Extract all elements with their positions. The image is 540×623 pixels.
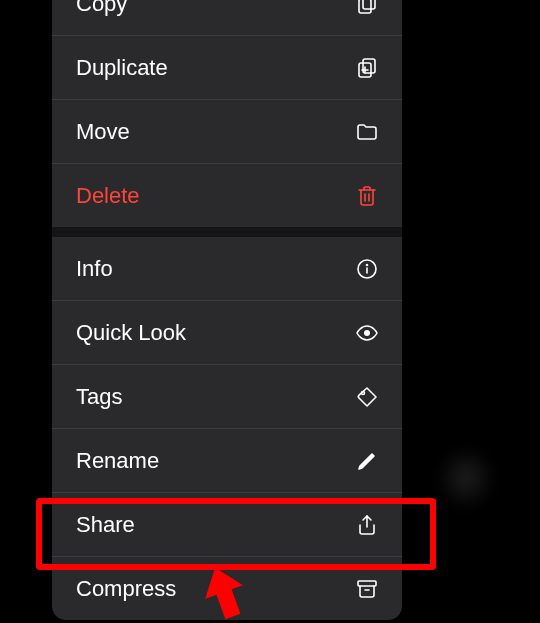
menu-item-move[interactable]: Move xyxy=(52,100,402,163)
menu-item-tags[interactable]: Tags xyxy=(52,365,402,428)
menu-item-compress[interactable]: Compress xyxy=(52,557,402,620)
svg-rect-13 xyxy=(358,581,376,586)
share-icon xyxy=(354,512,380,538)
menu-item-quicklook[interactable]: Quick Look xyxy=(52,301,402,364)
menu-item-copy[interactable]: Copy xyxy=(52,0,402,35)
svg-point-10 xyxy=(367,264,368,265)
svg-point-11 xyxy=(364,330,370,336)
tag-icon xyxy=(354,384,380,410)
menu-item-label: Info xyxy=(76,256,354,282)
info-icon xyxy=(354,256,380,282)
svg-point-12 xyxy=(362,391,365,394)
menu-item-label: Copy xyxy=(76,0,354,17)
menu-item-info[interactable]: Info xyxy=(52,237,402,300)
copy-icon xyxy=(354,0,380,17)
menu-item-delete[interactable]: Delete xyxy=(52,164,402,227)
blur-artifact xyxy=(436,446,496,510)
menu-item-duplicate[interactable]: Duplicate xyxy=(52,36,402,99)
menu-item-label: Compress xyxy=(76,576,354,602)
duplicate-icon xyxy=(354,55,380,81)
menu-item-label: Duplicate xyxy=(76,55,354,81)
menu-item-label: Move xyxy=(76,119,354,145)
menu-item-label: Quick Look xyxy=(76,320,354,346)
pencil-icon xyxy=(354,448,380,474)
menu-item-label: Share xyxy=(76,512,354,538)
group-separator xyxy=(52,227,402,237)
context-menu: Copy Duplicate Move Delete Info Quick Lo… xyxy=(52,0,402,620)
svg-rect-0 xyxy=(363,0,375,9)
eye-icon xyxy=(354,320,380,346)
svg-rect-1 xyxy=(359,0,371,13)
menu-item-rename[interactable]: Rename xyxy=(52,429,402,492)
trash-icon xyxy=(354,183,380,209)
menu-item-label: Tags xyxy=(76,384,354,410)
menu-item-label: Rename xyxy=(76,448,354,474)
archive-icon xyxy=(354,576,380,602)
folder-icon xyxy=(354,119,380,145)
menu-item-share[interactable]: Share xyxy=(52,493,402,556)
menu-item-label: Delete xyxy=(76,183,354,209)
